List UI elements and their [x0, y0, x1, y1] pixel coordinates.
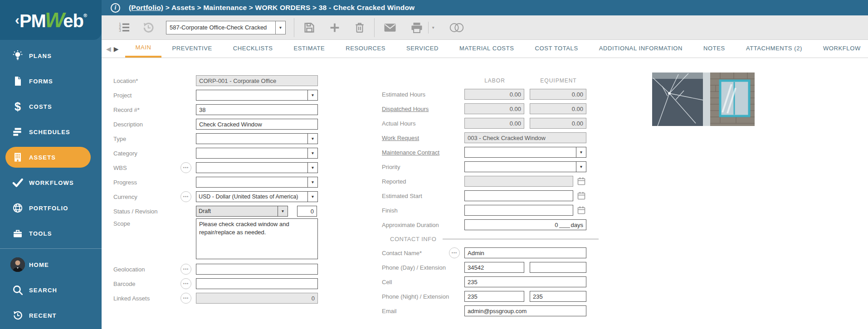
tab-scroll-right-icon[interactable]: ▶: [114, 45, 119, 53]
actual-hours-equipment-field[interactable]: [530, 118, 586, 129]
linked-assets-ellipsis-button[interactable]: •••: [180, 293, 191, 304]
phone-night-extension-field[interactable]: [530, 291, 586, 302]
tab-scroll-left-icon[interactable]: ◀: [106, 45, 111, 53]
tab-workflow[interactable]: WORKFLOW: [813, 40, 868, 58]
print-icon[interactable]: [410, 21, 424, 34]
form-row: Linked Assets •••: [113, 291, 318, 305]
record-number-field[interactable]: [196, 104, 318, 115]
reported-date-field[interactable]: [464, 176, 573, 187]
form-row: Geolocation •••: [113, 262, 318, 276]
tab-notes[interactable]: NOTES: [693, 40, 736, 58]
tab-additional-information[interactable]: ADDITIONAL INFORMATION: [589, 40, 693, 58]
maintenance-contract-link[interactable]: Maintenance Contract: [382, 149, 449, 156]
tab-material-costs[interactable]: MATERIAL COSTS: [449, 40, 524, 58]
priority-dropdown[interactable]: ▼: [464, 161, 586, 172]
tab-preventive[interactable]: PREVENTIVE: [161, 40, 222, 58]
phone-day-field[interactable]: [464, 262, 524, 273]
geolocation-field[interactable]: [196, 264, 318, 275]
approximate-duration-field[interactable]: 0 days: [464, 219, 586, 230]
dispatched-hours-labor-field[interactable]: [464, 103, 524, 114]
sidebar-item-label: COSTS: [29, 103, 52, 110]
calendar-icon[interactable]: [577, 177, 586, 186]
calendar-icon[interactable]: [577, 206, 586, 215]
scope-field[interactable]: Please check cracked window and repair/r…: [196, 218, 318, 259]
section-divider: [443, 239, 599, 239]
estimated-start-date-field[interactable]: [464, 190, 573, 201]
wbs-value: [196, 163, 307, 173]
contact-name-ellipsis-button[interactable]: •••: [449, 247, 460, 258]
contact-name-field[interactable]: [464, 247, 586, 258]
status-dropdown[interactable]: Draft▼: [196, 206, 288, 217]
tab-serviced[interactable]: SERVICED: [396, 40, 449, 58]
tab-attachments[interactable]: ATTACHMENTS (2): [736, 40, 813, 58]
sidebar-item-costs[interactable]: $ COSTS: [5, 96, 91, 117]
ordered-list-icon[interactable]: 123: [118, 21, 131, 34]
sidebar-item-search[interactable]: SEARCH: [5, 280, 91, 300]
delete-trash-icon[interactable]: [353, 21, 366, 34]
type-dropdown[interactable]: ▼: [196, 133, 318, 144]
barcode-label: Barcode: [113, 281, 180, 287]
cell-field[interactable]: [464, 276, 586, 287]
maintenance-contract-dropdown[interactable]: ▼: [464, 147, 586, 158]
phone-night-field[interactable]: [464, 291, 524, 302]
dollar-icon: $: [11, 100, 24, 113]
email-icon[interactable]: [383, 22, 397, 34]
location-field[interactable]: [196, 75, 318, 86]
tab-main[interactable]: MAIN: [125, 40, 162, 58]
geolocation-ellipsis-button[interactable]: •••: [180, 264, 191, 275]
description-field[interactable]: [196, 119, 318, 130]
linked-assets-field[interactable]: [196, 293, 318, 304]
tab-estimate[interactable]: ESTIMATE: [283, 40, 335, 58]
form-row: Email: [382, 304, 599, 318]
phone-day-extension-field[interactable]: [530, 262, 586, 273]
add-icon[interactable]: [328, 21, 341, 34]
dispatched-hours-link[interactable]: Dispatched Hours: [382, 106, 449, 112]
form-row: Dispatched Hours: [382, 102, 599, 116]
sidebar-item-workflows[interactable]: WORKFLOWS: [5, 172, 91, 193]
sidebar-item-forms[interactable]: FORMS: [5, 71, 91, 92]
sidebar-item-label: TOOLS: [29, 230, 52, 237]
finish-date-field[interactable]: [464, 205, 573, 216]
info-icon[interactable]: i: [111, 3, 120, 13]
print-options-chevron-icon[interactable]: ▼: [431, 25, 435, 30]
sidebar: ‹PMWeb® PLANS FORMS $ COSTS: [0, 0, 102, 329]
calendar-icon[interactable]: [577, 191, 586, 200]
actual-hours-labor-field[interactable]: [464, 118, 524, 129]
record-selector-dropdown[interactable]: 587-Corporate Office-Check Cracked ▼: [166, 21, 286, 34]
barcode-ellipsis-button[interactable]: •••: [180, 278, 191, 289]
estimated-hours-equipment-field[interactable]: [530, 89, 586, 100]
email-field[interactable]: [464, 305, 586, 316]
tab-resources[interactable]: RESOURCES: [335, 40, 396, 58]
undo-history-icon[interactable]: [141, 21, 155, 34]
revision-field[interactable]: [297, 206, 317, 217]
wbs-ellipsis-button[interactable]: •••: [180, 162, 191, 173]
breadcrumb-portfolio-link[interactable]: (Portfolio): [129, 4, 163, 11]
barcode-field[interactable]: [196, 278, 318, 289]
currency-ellipsis-button[interactable]: •••: [180, 191, 191, 202]
currency-label: Currency: [113, 194, 180, 200]
currency-dropdown[interactable]: USD - Dollar (United States of America)▼: [196, 191, 318, 202]
sidebar-item-home[interactable]: HOME: [5, 254, 91, 275]
sidebar-item-plans[interactable]: PLANS: [5, 45, 91, 66]
progress-dropdown[interactable]: ▼: [196, 177, 318, 188]
work-request-field[interactable]: [464, 132, 586, 143]
sidebar-item-portfolio[interactable]: PORTFOLIO: [5, 198, 91, 218]
category-dropdown[interactable]: ▼: [196, 148, 318, 159]
form-row: Reported: [382, 174, 599, 189]
wbs-dropdown[interactable]: ▼: [196, 162, 318, 173]
work-request-link[interactable]: Work Request: [382, 135, 449, 141]
chevron-down-icon: ▼: [576, 147, 586, 157]
pmweb-logo-text: ‹PMWeb®: [15, 8, 87, 32]
dispatched-hours-equipment-field[interactable]: [530, 103, 586, 114]
sidebar-item-schedules[interactable]: SCHEDULES: [5, 121, 91, 142]
contact-info-header: CONTACT INFO: [390, 236, 436, 242]
estimated-hours-labor-field[interactable]: [464, 89, 524, 100]
project-dropdown[interactable]: ▼: [196, 90, 318, 101]
tab-cost-totals[interactable]: COST TOTALS: [524, 40, 588, 58]
sidebar-item-tools[interactable]: TOOLS: [5, 223, 91, 244]
sidebar-item-recent[interactable]: RECENT: [5, 305, 91, 326]
toggle-compare-icon[interactable]: [449, 22, 465, 33]
tab-checklists[interactable]: CHECKLISTS: [223, 40, 283, 58]
save-icon[interactable]: [302, 21, 316, 34]
sidebar-item-assets[interactable]: ASSETS: [5, 147, 91, 168]
